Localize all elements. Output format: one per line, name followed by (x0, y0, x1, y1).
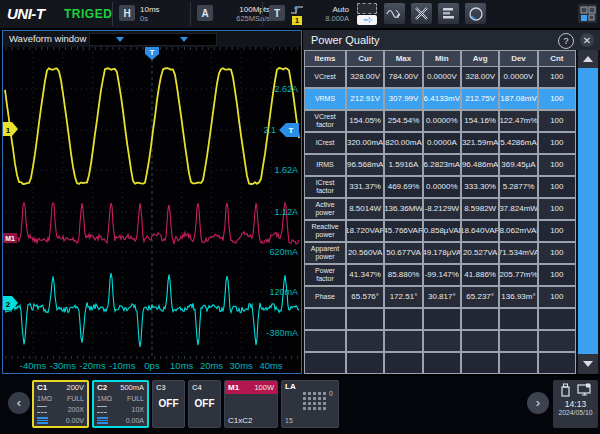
channel-box-c4[interactable]: C4OFF (188, 380, 221, 428)
channel-bandwidth: FULL (67, 395, 84, 402)
cell: 100 (538, 242, 576, 264)
table-row-empty (304, 308, 576, 330)
trigger-level-label: 2.1 (263, 125, 276, 135)
scroll-up-icon[interactable] (578, 50, 598, 68)
histogram-icon[interactable] (438, 3, 459, 24)
x-axis-label: -10ms (109, 360, 136, 371)
table-row-empty (304, 330, 576, 352)
layout-grid-icon[interactable] (578, 4, 597, 23)
cell: 100 (538, 176, 576, 198)
horizontal-settings[interactable]: H 10ms 0s (119, 5, 160, 23)
trigger-settings[interactable]: T 1 Auto 8.000A (269, 5, 349, 25)
box-zoom-icon[interactable]: ⌁⊹ (355, 2, 379, 25)
table-row[interactable]: Active power8.5014W136.36MW-8.2129W8.598… (304, 198, 576, 220)
table-row[interactable]: Power factor41.347%85.880%-99.147%41.886… (304, 264, 576, 286)
x-axis-label: -20ms (79, 360, 106, 371)
scrollbar-thumb[interactable] (578, 68, 598, 354)
cell: 154.16% (461, 110, 499, 132)
circle-tool-icon[interactable] (465, 3, 486, 24)
cell: 8.5982W (461, 198, 499, 220)
cell: 154.05% (346, 110, 384, 132)
cell: 8.5014W (346, 198, 384, 220)
cell: 30.817° (423, 286, 461, 308)
x-axis-label: -40ms (20, 360, 47, 371)
back-icon[interactable]: ‹ (8, 392, 30, 414)
svg-text:T: T (289, 126, 294, 135)
table-row[interactable]: VRMS212.91V307.99V6.4133mV212.75V187.08m… (304, 88, 576, 110)
channel-box-c1[interactable]: C1200V1MΩFULL200X0.00V (32, 380, 89, 428)
channel-id: C3 (156, 383, 184, 392)
math-channel-box[interactable]: M1 100W C1xC2 (224, 380, 278, 428)
acquire-badge: A (197, 5, 213, 21)
cell: 469.69% (384, 176, 422, 198)
xy-mode-icon[interactable] (411, 3, 432, 24)
cell: 6.2823mA (423, 154, 461, 176)
la-id: LA (285, 382, 296, 391)
dc-coupling-icon (37, 406, 47, 413)
channel-box-c3[interactable]: C3OFF (152, 380, 185, 428)
row-label: VRMS (304, 88, 346, 110)
cell: 187.08mV (499, 88, 537, 110)
cell (384, 352, 422, 374)
table-row[interactable]: IRMS96.568mA1.5916A6.2823mA96.486mA369.4… (304, 154, 576, 176)
table-row[interactable]: Apparent power20.560VA50.677VA49.178µVA2… (304, 242, 576, 264)
system-status-box[interactable]: 14:13 2024/05/10 (553, 380, 598, 428)
logic-analyzer-box[interactable]: LA 0 15 (281, 380, 339, 428)
row-label: Phase (304, 286, 346, 308)
cell: 85.880% (384, 264, 422, 286)
cell (346, 352, 384, 374)
channel-state: OFF (153, 398, 184, 409)
row-label: Active power (304, 198, 346, 220)
row-label: VCrest factor (304, 110, 346, 132)
acquire-settings[interactable]: A 100Mpts 625MSa/s (197, 5, 270, 23)
trigger-badge: T (269, 5, 285, 21)
channel-box-c2[interactable]: C2500mA1MΩFULL10X0.00A (92, 380, 149, 428)
cell (304, 352, 346, 374)
divider (262, 2, 263, 26)
offset-icon (37, 417, 48, 424)
y-axis-label: 120mA (269, 287, 298, 297)
bottom-channel-bar: ‹ C1200V1MΩFULL200X0.00VC2500mA1MΩFULL10… (0, 376, 600, 434)
cell (304, 308, 346, 330)
cell: 100 (538, 154, 576, 176)
horizontal-badge: H (119, 5, 135, 21)
cell: 100 (538, 286, 576, 308)
cell: 328.00V (346, 66, 384, 88)
math-scale: 100W (254, 383, 274, 392)
table-row[interactable]: ICrest320.00mA820.00mA0.0000A321.59mA5.4… (304, 132, 576, 154)
channel-impedance: 1MΩ (97, 395, 112, 402)
cell (538, 308, 576, 330)
usb-icon (560, 383, 571, 397)
table-row[interactable]: ICrest factor331.37%469.69%0.0000%333.30… (304, 176, 576, 198)
waveform-plot[interactable]: 2.62A1.62A1.12A620mA120mA-380mA-40ms-30m… (3, 47, 301, 373)
cell: 205.77m% (499, 264, 537, 286)
table-row[interactable]: Reactive power18.720VAR45.766VAR30.858µV… (304, 220, 576, 242)
waveform-source-dropdown[interactable] (89, 33, 217, 46)
cell: 254.54% (384, 110, 422, 132)
cell: 122.47m% (499, 110, 537, 132)
cell: 212.91V (346, 88, 384, 110)
channel-offset: 0.00A (126, 417, 144, 424)
forward-icon[interactable]: › (527, 392, 549, 414)
top-status-bar: UNI-T TRIGED H 10ms 0s A 100Mpts 625MSa/… (0, 0, 600, 28)
cell: 100 (538, 198, 576, 220)
row-label: Reactive power (304, 220, 346, 242)
cell: -8.2129W (423, 198, 461, 220)
channel-scale: 200V (66, 383, 84, 392)
probe-ratio: 200X (68, 406, 84, 413)
table-row[interactable]: VCrest factor154.05%254.54%0.0000%154.16… (304, 110, 576, 132)
la-grid-icon (303, 392, 326, 410)
cell: 100 (538, 220, 576, 242)
table-row[interactable]: Phase65.576°172.51°30.817°65.237°136.93m… (304, 286, 576, 308)
y-axis-label: 620mA (269, 247, 298, 257)
table-row[interactable]: VCrest328.00V784.00V0.0000V328.00V0.0000… (304, 66, 576, 88)
help-icon[interactable]: ? (558, 33, 574, 49)
scroll-down-icon[interactable] (578, 354, 598, 374)
waveform-window[interactable]: Waveform window 2.62A1.62A1.12A620mA120m… (2, 30, 302, 374)
close-icon[interactable]: ✕ (580, 33, 594, 47)
offset-icon (97, 417, 108, 424)
scrollbar[interactable] (578, 50, 598, 374)
trigger-source-badge: 1 (292, 16, 302, 25)
sine-cursor-icon[interactable] (384, 3, 405, 24)
cell (499, 330, 537, 352)
